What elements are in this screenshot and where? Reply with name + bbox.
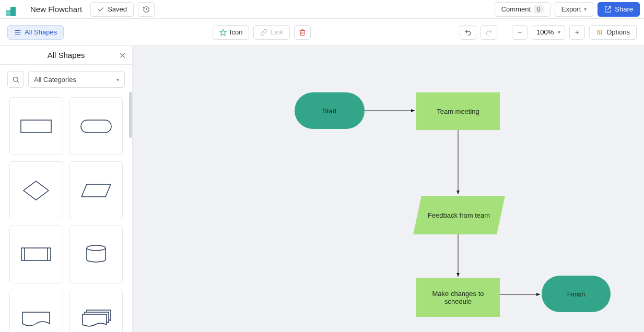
category-select-value: All Categories [34, 76, 76, 84]
history-icon [143, 6, 150, 13]
svg-marker-17 [24, 181, 49, 200]
undo-icon [464, 29, 472, 36]
share-button[interactable]: Share [598, 2, 640, 17]
shape-rounded-rectangle[interactable] [69, 97, 123, 155]
app-logo [6, 3, 20, 16]
saved-button[interactable]: Saved [90, 2, 134, 17]
saved-label: Saved [108, 5, 127, 13]
category-select[interactable]: All Categories ▾ [28, 71, 125, 88]
redo-icon [485, 29, 493, 36]
search-shapes-button[interactable] [7, 71, 24, 88]
svg-point-10 [599, 32, 600, 33]
export-button[interactable]: Export ▾ [555, 2, 594, 17]
link-button[interactable]: Link [253, 25, 290, 40]
svg-point-22 [87, 245, 106, 251]
export-label: Export [561, 5, 581, 13]
close-icon: ✕ [119, 51, 126, 60]
svg-rect-15 [21, 120, 51, 133]
check-icon [97, 6, 104, 13]
all-shapes-toggle[interactable]: All Shapes [7, 25, 64, 40]
toolbar: All Shapes Icon Link [0, 19, 644, 46]
sidebar-controls: All Categories ▾ [0, 65, 132, 94]
node-label: Feedback from team [428, 211, 490, 219]
sidebar-close-button[interactable]: ✕ [119, 50, 126, 60]
plus-icon [574, 29, 580, 35]
sidebar-title: All Shapes [48, 51, 85, 60]
trash-icon [299, 29, 306, 36]
icon-label: Icon [230, 28, 243, 36]
svg-marker-18 [81, 184, 111, 197]
zoom-out-button[interactable] [512, 25, 528, 40]
scrollbar-thumb[interactable] [129, 92, 132, 138]
shape-multi-document[interactable] [69, 290, 123, 332]
zoom-level-dropdown[interactable]: 100% ▾ [532, 25, 565, 40]
comment-label: Comment [501, 5, 531, 13]
svg-line-14 [17, 81, 19, 82]
sliders-icon [596, 29, 603, 36]
share-label: Share [615, 5, 633, 13]
svg-point-13 [13, 77, 18, 81]
link-label: Link [271, 28, 283, 36]
star-icon [219, 29, 227, 36]
node-finish[interactable]: Finish [542, 276, 611, 312]
node-start[interactable]: Start [295, 92, 365, 129]
undo-button[interactable] [460, 25, 476, 40]
main-area: All Shapes ✕ All Categories ▾ [0, 46, 644, 332]
shapes-sidebar: All Shapes ✕ All Categories ▾ [0, 46, 133, 332]
menu-icon [14, 29, 21, 36]
svg-rect-19 [21, 248, 51, 260]
all-shapes-label: All Shapes [25, 28, 57, 36]
chevron-down-icon: ▾ [584, 6, 587, 12]
link-icon [260, 29, 267, 36]
node-meeting[interactable]: Team meeting [416, 92, 500, 130]
chevron-down-icon: ▾ [558, 29, 560, 35]
minus-icon [517, 29, 523, 35]
chevron-down-icon: ▾ [116, 77, 119, 82]
svg-point-12 [601, 30, 602, 31]
options-label: Options [606, 28, 630, 36]
shape-parallelogram[interactable] [69, 161, 123, 219]
node-changes[interactable]: Make changes to schedule [416, 278, 500, 317]
zoom-value: 100% [536, 28, 554, 36]
search-icon [12, 76, 20, 84]
zoom-in-button[interactable] [569, 25, 585, 40]
comment-button[interactable]: Comment 0 [495, 2, 551, 17]
shape-cylinder[interactable] [69, 226, 123, 283]
shape-predefined-process[interactable] [9, 226, 63, 283]
document-title[interactable]: New Flowchart [30, 5, 82, 14]
zoom-controls: 100% ▾ [512, 25, 585, 40]
comment-count-badge: 0 [534, 5, 544, 14]
svg-point-8 [598, 31, 599, 32]
share-icon [604, 6, 612, 13]
icon-button[interactable]: Icon [213, 25, 250, 40]
shape-document[interactable] [9, 290, 63, 332]
app-header: New Flowchart Saved Comment 0 Export ▾ S… [0, 0, 644, 19]
history-button[interactable] [138, 2, 155, 17]
sidebar-header: All Shapes ✕ [0, 46, 132, 65]
svg-rect-16 [81, 120, 111, 133]
delete-button[interactable] [294, 25, 311, 40]
options-button[interactable]: Options [589, 25, 637, 40]
node-feedback[interactable]: Feedback from team [413, 196, 505, 234]
redo-button[interactable] [481, 25, 497, 40]
shapes-grid [0, 94, 132, 332]
canvas[interactable]: StartTeam meetingFeedback from teamMake … [133, 46, 644, 332]
shape-diamond[interactable] [9, 161, 63, 219]
svg-marker-3 [220, 29, 226, 35]
shape-rectangle[interactable] [9, 97, 63, 155]
